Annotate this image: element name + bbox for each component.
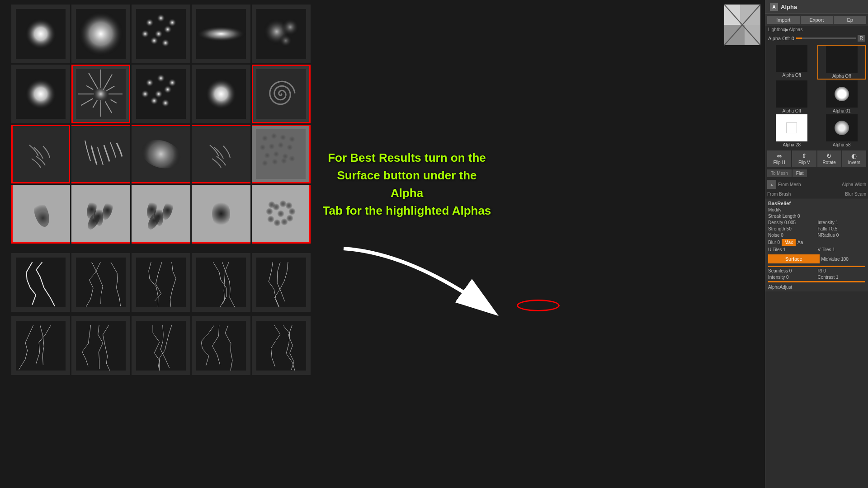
intensity-label: Intensity 1 [818, 220, 866, 225]
brush-cell[interactable] [192, 65, 250, 123]
seamless-rf-row: Seamless 0 Rf 0 [768, 268, 865, 273]
nradius-col: NRadius 0 [818, 233, 866, 238]
brush-cell[interactable] [252, 185, 311, 244]
instruction-line3: Tab for the highlighted Alphas [323, 204, 491, 217]
flip-h-icon: ⇔ [777, 152, 782, 160]
ep-button[interactable]: Ep [834, 16, 866, 24]
lightning-section-1 [11, 253, 311, 312]
brush-cell[interactable] [192, 125, 250, 183]
brush-cell[interactable] [71, 185, 130, 244]
lightning-cell[interactable] [71, 316, 130, 375]
brush-cell[interactable] [132, 5, 190, 63]
brush-cell-highlighted[interactable] [71, 65, 130, 123]
alpha-thumb-img-off1 [776, 45, 807, 72]
contrast-label: Contrast 1 [818, 275, 866, 280]
lightning-cell[interactable] [11, 316, 70, 375]
rotate-icon: ↻ [826, 152, 832, 160]
flip-v-label: Flip V [798, 160, 810, 165]
breadcrumb[interactable]: Lightbox▶Alphas [765, 26, 868, 33]
right-panel: A Alpha Import Export Ep Lightbox▶Alphas… [765, 0, 868, 488]
alpha-thumb-off2[interactable]: Alpha Off [817, 45, 867, 80]
flip-v-button[interactable]: ⇕ Flip V [792, 150, 816, 167]
max-button[interactable]: Max [782, 239, 796, 246]
alpha-thumb-off1[interactable]: Alpha Off [767, 45, 816, 80]
instruction-line1: For Best Results turn on the [328, 151, 486, 164]
alpha-adjust-label: AlphaAdjust [768, 285, 792, 290]
alpha-panel-icon: A [770, 3, 778, 11]
alpha-width-label: Alpha Width [842, 182, 866, 187]
lightning-cell[interactable] [11, 253, 70, 312]
density-col: Density 0.005 [768, 220, 816, 225]
brush-cell[interactable] [11, 125, 70, 183]
brush-cell[interactable] [11, 185, 70, 244]
alpha-thumb-58[interactable]: Alpha 58 [817, 114, 867, 147]
blur-row: Blur 0 Max Aa [768, 239, 865, 246]
alpha-thumb-28[interactable]: Alpha 28 [767, 114, 816, 147]
to-mesh-button[interactable]: To Mesh [767, 169, 792, 177]
alpha-adjust-row: AlphaAdjust [768, 284, 865, 290]
aa-label: Aa [797, 240, 803, 245]
brush-cell[interactable] [252, 5, 311, 63]
surface-highlight-circle [517, 300, 560, 311]
flat-button[interactable]: Flat [793, 169, 807, 177]
invers-button[interactable]: ◐ Invers [842, 150, 866, 167]
strength-col: Strength 50 [768, 226, 816, 231]
alpha-off-slider[interactable] [796, 38, 856, 39]
brush-cell[interactable] [71, 5, 130, 63]
lightning-cell[interactable] [252, 253, 311, 312]
brush-cell[interactable] [192, 5, 250, 63]
nradius-label: NRadius 0 [818, 233, 866, 238]
panel-title: Alpha [781, 4, 797, 10]
lightning-cell[interactable] [192, 316, 250, 375]
brush-cell[interactable] [132, 125, 190, 183]
lightning-cell[interactable] [132, 253, 190, 312]
brush-cell[interactable] [11, 65, 70, 123]
brush-cell[interactable] [71, 125, 130, 183]
modify-label[interactable]: Modify [768, 207, 865, 212]
rf-label: Rf 0 [818, 268, 866, 273]
lightning-cell[interactable] [132, 316, 190, 375]
brush-cell[interactable] [132, 65, 190, 123]
lightning-cell[interactable] [71, 253, 130, 312]
u-tiles-label: U Tiles 1 [768, 247, 816, 252]
brush-cell[interactable] [11, 5, 70, 63]
export-button[interactable]: Export [801, 16, 833, 24]
brush-cell[interactable] [132, 185, 190, 244]
panel-button-row: Import Export Ep [765, 14, 868, 26]
zbrush-logo [720, 2, 765, 47]
rotate-button[interactable]: ↻ Rotate [817, 150, 841, 167]
mesh-row: To Mesh Flat [765, 168, 868, 178]
alpha-thumb-label-28: Alpha 28 [783, 142, 801, 147]
contrast-slider[interactable] [768, 281, 865, 282]
basrelief-title: BasRelief [768, 201, 865, 206]
alpha-off-label: Alpha Off: 0 [768, 36, 794, 41]
flip-v-icon: ⇕ [802, 152, 807, 160]
contrast-fill [768, 281, 865, 282]
noise-nradius-row: Noise 0 NRadius 0 [768, 233, 865, 238]
flip-h-button[interactable]: ⇔ Flip H [767, 150, 791, 167]
rotate-label: Rotate [822, 160, 835, 165]
blur-label: Blur 0 [768, 240, 780, 245]
invers-icon: ◐ [851, 152, 857, 160]
flip-h-label: Flip H [774, 160, 785, 165]
alpha-controls: ⇔ Flip H ⇕ Flip V ↻ Rotate ◐ Invers [765, 149, 868, 168]
alpha-thumb-label-off1: Alpha Off [782, 73, 801, 78]
lightning-cell[interactable] [252, 316, 311, 375]
midvalue-slider[interactable] [768, 266, 865, 267]
brush-cell[interactable] [192, 185, 250, 244]
alpha-thumb-img-28 [776, 114, 807, 141]
arrow-svg [321, 239, 515, 330]
r-button[interactable]: R [858, 35, 865, 42]
alpha-thumb-01[interactable]: Alpha 01 [817, 80, 867, 113]
lightning-section-2 [11, 316, 311, 375]
alpha-thumbnails: Alpha Off Alpha Off Alpha Off Alpha 01 A… [765, 43, 868, 149]
brush-cell[interactable] [252, 125, 311, 183]
brush-cell-highlighted[interactable] [252, 65, 311, 123]
lightning-cell[interactable] [192, 253, 250, 312]
midvalue-fill [768, 266, 865, 267]
brush-grid [11, 5, 311, 244]
surface-button[interactable]: Surface [768, 254, 820, 263]
import-button[interactable]: Import [767, 16, 800, 24]
alpha-thumb-off3[interactable]: Alpha Off [767, 80, 816, 113]
falloff-label: Falloff 0.5 [818, 226, 866, 231]
